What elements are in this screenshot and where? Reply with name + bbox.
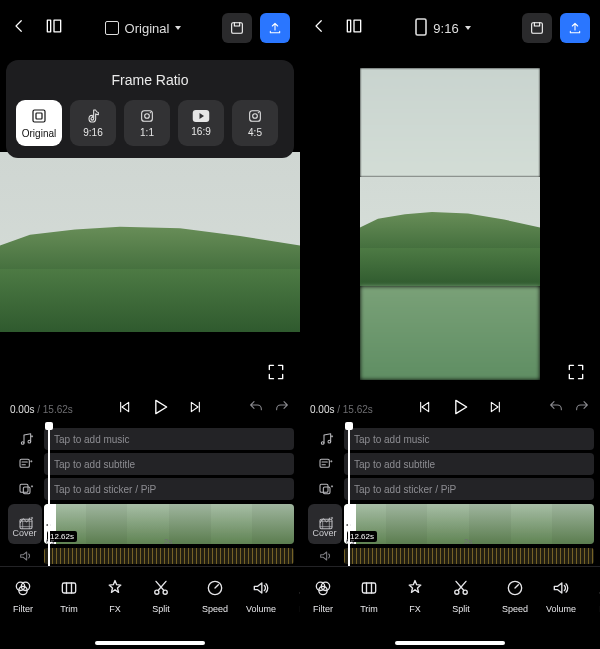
tool-fad[interactable]: Fad [284, 578, 300, 614]
transport-bar: 0.00s / 15.62s [0, 392, 300, 426]
tool-split[interactable]: Split [138, 578, 184, 614]
filter-icon [313, 578, 333, 600]
ratio-tile-16-9[interactable]: 16:9 [178, 100, 224, 146]
tool-filter[interactable]: Filter [0, 578, 46, 614]
tool-filter[interactable]: Filter [300, 578, 346, 614]
prev-frame-button[interactable] [116, 399, 132, 419]
tool-fad[interactable]: Fad [584, 578, 600, 614]
fullscreen-button[interactable] [266, 362, 290, 386]
tool-trim[interactable]: Trim [46, 578, 92, 614]
subtitle-track-icon[interactable] [300, 456, 344, 472]
tool-fx[interactable]: FX [92, 578, 138, 614]
tool-speed[interactable]: Speed [492, 578, 538, 614]
tool-speed[interactable]: Speed [192, 578, 238, 614]
back-button[interactable] [10, 17, 28, 39]
bottom-toolbar: FilterTrimFXSplitSpeedVolumeFad [300, 566, 600, 624]
time-ruler[interactable]: 0s 2s [344, 548, 594, 564]
ratio-tile-original[interactable]: Original [16, 100, 62, 146]
youtube-icon [192, 109, 210, 123]
video-track-icon[interactable] [300, 516, 344, 532]
svg-point-25 [321, 442, 324, 445]
svg-rect-15 [20, 519, 32, 528]
ratio-tile-4-5[interactable]: 4:5 [232, 100, 278, 146]
timecode: 0.00s / 15.62s [310, 404, 373, 415]
music-track-icon[interactable] [0, 431, 44, 447]
sticker-track-icon[interactable] [0, 481, 44, 497]
play-button[interactable] [450, 397, 470, 421]
frame-ratio-selector[interactable]: Original [105, 21, 182, 36]
svg-rect-13 [20, 484, 28, 492]
save-draft-button[interactable] [222, 13, 252, 43]
svg-point-5 [150, 112, 151, 113]
frame-ratio-popover: Frame Ratio Original9:161:116:94:52:33 [6, 60, 294, 158]
volume-icon [251, 578, 271, 600]
next-frame-button[interactable] [188, 399, 204, 419]
volume-icon [551, 578, 571, 600]
fx-icon [405, 578, 425, 600]
playhead[interactable] [348, 426, 350, 566]
sticker-track-slot[interactable]: Tap to add sticker / PiP [44, 478, 294, 500]
svg-rect-28 [320, 484, 328, 492]
popover-title: Frame Ratio [16, 72, 284, 88]
audio-track-icon[interactable] [300, 548, 344, 564]
home-indicator [395, 641, 505, 645]
svg-rect-34 [362, 583, 375, 593]
redo-button[interactable] [274, 399, 290, 419]
export-button[interactable] [560, 13, 590, 43]
prev-frame-button[interactable] [416, 399, 432, 419]
svg-rect-30 [320, 519, 332, 528]
svg-point-11 [28, 440, 31, 443]
chevron-down-icon [175, 26, 181, 30]
svg-rect-2 [36, 113, 42, 119]
ratio-label: 9:16 [433, 21, 458, 36]
filter-icon [13, 578, 33, 600]
ratio-tile-1-1[interactable]: 1:1 [124, 100, 170, 146]
ratio-tile-9-16[interactable]: 9:16 [70, 100, 116, 146]
split-icon [151, 578, 171, 600]
speed-icon [205, 578, 225, 600]
home-indicator [95, 641, 205, 645]
undo-button[interactable] [548, 399, 564, 419]
playhead[interactable] [48, 426, 50, 566]
aspect-box-icon [105, 21, 119, 35]
tool-volume[interactable]: Volume [238, 578, 284, 614]
subtitle-track-slot[interactable]: Tap to add subtitle [344, 453, 594, 475]
svg-rect-0 [232, 23, 243, 34]
svg-point-9 [258, 112, 259, 113]
subtitle-track-slot[interactable]: Tap to add subtitle [44, 453, 294, 475]
subtitle-track-icon[interactable] [0, 456, 44, 472]
save-draft-button[interactable] [522, 13, 552, 43]
timecode: 0.00s / 15.62s [10, 404, 73, 415]
redo-button[interactable] [574, 399, 590, 419]
chevron-down-icon [465, 26, 471, 30]
video-preview [360, 68, 540, 380]
music-track-slot[interactable]: Tap to add music [44, 428, 294, 450]
svg-rect-12 [20, 459, 29, 467]
frame-ratio-selector[interactable]: 9:16 [415, 18, 470, 39]
video-canvas[interactable] [300, 56, 600, 392]
play-button[interactable] [150, 397, 170, 421]
back-button[interactable] [310, 17, 328, 39]
time-ruler[interactable]: 0s 2s [44, 548, 294, 564]
sticker-track-slot[interactable]: Tap to add sticker / PiP [344, 478, 594, 500]
presets-button[interactable] [44, 16, 64, 40]
tool-fx[interactable]: FX [392, 578, 438, 614]
undo-button[interactable] [248, 399, 264, 419]
svg-rect-23 [416, 19, 426, 35]
svg-rect-27 [320, 459, 329, 467]
topbar: 9:16 [300, 0, 600, 56]
svg-point-8 [253, 114, 258, 119]
tool-volume[interactable]: Volume [538, 578, 584, 614]
presets-button[interactable] [344, 16, 364, 40]
next-frame-button[interactable] [488, 399, 504, 419]
export-button[interactable] [260, 13, 290, 43]
instagram-icon [139, 108, 155, 124]
sticker-track-icon[interactable] [300, 481, 344, 497]
video-track-icon[interactable] [0, 516, 44, 532]
tool-split[interactable]: Split [438, 578, 484, 614]
tool-trim[interactable]: Trim [346, 578, 392, 614]
music-track-slot[interactable]: Tap to add music [344, 428, 594, 450]
fullscreen-button[interactable] [566, 362, 590, 386]
music-track-icon[interactable] [300, 431, 344, 447]
audio-track-icon[interactable] [0, 548, 44, 564]
